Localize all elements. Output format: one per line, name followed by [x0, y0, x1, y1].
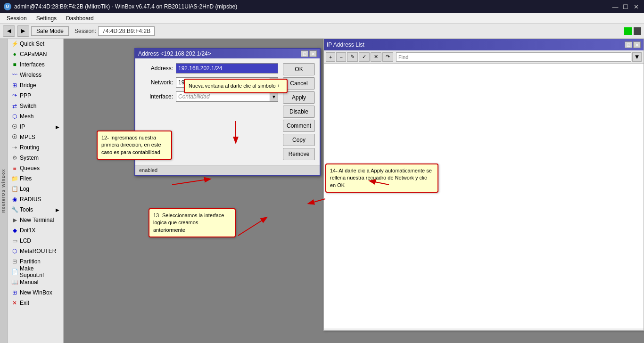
remove-btn[interactable]: −	[336, 52, 346, 62]
lcd-icon: ▭	[11, 237, 18, 244]
safe-mode-button[interactable]: Safe Mode	[31, 26, 69, 36]
bg-window-resize-btn[interactable]: ⊡	[625, 41, 632, 48]
search-input[interactable]	[396, 52, 631, 62]
status-indicator-green	[624, 27, 632, 35]
switch-icon: ⇄	[11, 103, 18, 109]
maximize-button[interactable]: ☐	[621, 2, 630, 11]
address-row: Address:	[140, 63, 278, 74]
sidebar-item-new-winbox[interactable]: ⊞ New WinBox	[8, 287, 63, 298]
capsman-icon: ●	[11, 51, 18, 57]
sidebar-item-label: Interfaces	[20, 61, 45, 68]
sidebar-item-system[interactable]: ⚙ System	[8, 153, 63, 163]
remove-button[interactable]: Remove	[283, 148, 315, 160]
add-btn[interactable]: +	[326, 52, 335, 62]
status-text: enabled	[139, 167, 157, 173]
ppp-icon: ↷	[11, 92, 18, 99]
callout-12: 12- Ingresmaos nuestra primera direccion…	[97, 131, 172, 160]
sidebar-item-wireless[interactable]: 〰 Wireless	[8, 70, 63, 80]
forward-button[interactable]: ▶	[17, 25, 29, 37]
system-icon: ⚙	[11, 155, 18, 161]
disable-btn2[interactable]: ✕	[371, 52, 381, 62]
addr-window-title: Address <192.168.202.1/24>	[138, 50, 211, 57]
sidebar-item-label: Mesh	[20, 113, 33, 120]
manual-icon: 📖	[11, 279, 18, 286]
mpls-icon: ⦿	[11, 134, 18, 140]
minimize-button[interactable]: —	[611, 2, 619, 11]
sidebar-item-interfaces[interactable]: ■ Interfaces	[8, 59, 63, 70]
sidebar-item-routing[interactable]: ⇢ Routing	[8, 142, 63, 153]
sidebar-item-label: New WinBox	[20, 289, 52, 296]
back-button[interactable]: ◀	[3, 25, 15, 37]
action-buttons: OK Cancel Apply Disable Comment Copy Rem…	[283, 63, 315, 160]
menu-settings[interactable]: Settings	[33, 14, 60, 23]
disable-button[interactable]: Disable	[283, 106, 315, 118]
bg-window-toolbar: + − ✎ ✓ ✕ ↷ ▼	[324, 50, 644, 64]
menu-session[interactable]: Session	[3, 14, 31, 23]
sidebar-item-mpls[interactable]: ⦿ MPLS	[8, 132, 63, 142]
sidebar-item-queues[interactable]: ≡ Queues	[8, 163, 63, 173]
close-button[interactable]: ✕	[632, 2, 640, 11]
callout-14: 14- Al darle clic a Apply automaticament…	[325, 163, 438, 193]
sidebar-item-dot1x[interactable]: ◆ Dot1X	[8, 225, 63, 236]
search-button[interactable]: ▼	[632, 52, 642, 62]
new-winbox-icon: ⊞	[11, 289, 18, 296]
address-label: Address:	[140, 65, 173, 72]
bridge-icon: ⊞	[11, 82, 18, 89]
sidebar-item-ppp[interactable]: ↷ PPP	[8, 90, 63, 101]
window-title: admin@74:4D:28:B9:F4:2B (MikroTik) - Win…	[14, 3, 237, 10]
addr-window-resize-btn[interactable]: ⊡	[301, 50, 308, 57]
apply-button[interactable]: Apply	[283, 91, 315, 104]
sidebar-item-label: New Terminal	[20, 217, 54, 223]
sidebar-item-quick-set[interactable]: ⚡ Quick Set	[8, 39, 63, 49]
sidebar-item-files[interactable]: 📁 Files	[8, 173, 63, 184]
svg-line-3	[309, 199, 325, 204]
sidebar-item-switch[interactable]: ⇄ Switch	[8, 101, 63, 111]
sidebar: RouterOS WinBox ⚡ Quick Set ● CAPsMAN ■ …	[0, 39, 64, 343]
sidebar-item-metarouter[interactable]: ⬡ MetaROUTER	[8, 246, 63, 256]
sidebar-item-make-supout[interactable]: 📄 Make Supout.rif	[8, 267, 63, 277]
sidebar-item-manual[interactable]: 📖 Manual	[8, 277, 63, 287]
comment-button[interactable]: Comment	[283, 120, 315, 132]
sidebar-item-label: MetaROUTER	[20, 248, 56, 254]
sidebar-item-mesh[interactable]: ⬡ Mesh	[8, 111, 63, 122]
sidebar-item-label: Manual	[20, 279, 38, 286]
sidebar-item-label: Exit	[20, 300, 29, 306]
mesh-icon: ⬡	[11, 113, 18, 120]
sidebar-item-exit[interactable]: ✕ Exit	[8, 298, 63, 308]
sidebar-item-tools[interactable]: 🔧 Tools ▶	[8, 204, 63, 215]
dot1x-icon: ◆	[11, 227, 18, 234]
sidebar-item-new-terminal[interactable]: ▶ New Terminal	[8, 215, 63, 225]
menu-dashboard[interactable]: Dashboard	[62, 14, 98, 23]
bg-window-title: IP Address List	[327, 41, 364, 48]
addr-window-close-btn[interactable]: ✕	[309, 50, 317, 57]
edit-btn[interactable]: ✎	[347, 52, 358, 62]
sidebar-item-capsman[interactable]: ● CAPsMAN	[8, 49, 63, 59]
sidebar-item-ip[interactable]: ⦿ IP ▶	[8, 122, 63, 132]
sidebar-item-label: System	[20, 155, 39, 161]
sidebar-item-label: IP	[20, 123, 25, 130]
copy-button[interactable]: Copy	[283, 134, 315, 146]
tools-arrow-icon: ▶	[56, 207, 59, 212]
sidebar-item-label: Make Supout.rif	[20, 265, 59, 278]
title-bar: M admin@74:4D:28:B9:F4:2B (MikroTik) - W…	[0, 0, 644, 13]
interfaces-icon: ■	[11, 61, 18, 68]
sidebar-item-bridge[interactable]: ⊞ Bridge	[8, 80, 63, 90]
callout-12-text: 12- Ingresmaos nuestra primera direccion…	[101, 135, 161, 155]
sidebar-item-label: MPLS	[20, 134, 35, 140]
sidebar-item-label: Queues	[20, 165, 40, 172]
callout-14-text: 14- Al darle clic a Apply automaticament…	[330, 168, 432, 188]
sidebar-item-radius[interactable]: ◉ RADIUS	[8, 194, 63, 204]
sidebar-item-lcd[interactable]: ▭ LCD	[8, 236, 63, 246]
address-input[interactable]	[176, 63, 278, 74]
reset-btn[interactable]: ↷	[382, 52, 393, 62]
sidebar-item-label: Wireless	[20, 72, 41, 78]
sidebar-item-label: Partition	[20, 258, 41, 265]
enable-btn[interactable]: ✓	[359, 52, 370, 62]
bg-window-close-btn[interactable]: ✕	[633, 41, 641, 48]
svg-line-2	[238, 218, 266, 236]
session-value: 74:4D:28:B9:F4:2B	[98, 26, 155, 36]
terminal-icon: ▶	[11, 217, 18, 223]
ok-button[interactable]: OK	[283, 63, 315, 75]
cancel-button[interactable]: Cancel	[283, 77, 315, 90]
sidebar-item-log[interactable]: 📋 Log	[8, 184, 63, 194]
